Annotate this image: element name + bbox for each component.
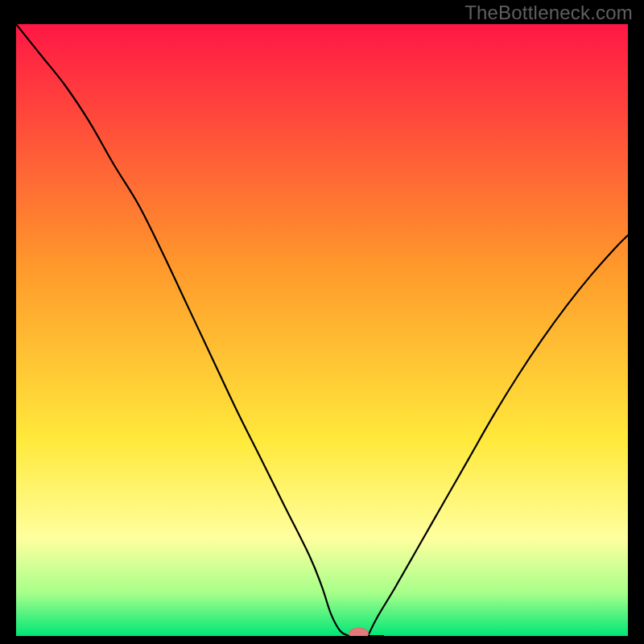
gradient-background bbox=[16, 24, 628, 636]
watermark-text: TheBottleneck.com bbox=[464, 2, 633, 24]
optimal-marker bbox=[349, 628, 368, 636]
bottleneck-chart bbox=[16, 24, 628, 636]
